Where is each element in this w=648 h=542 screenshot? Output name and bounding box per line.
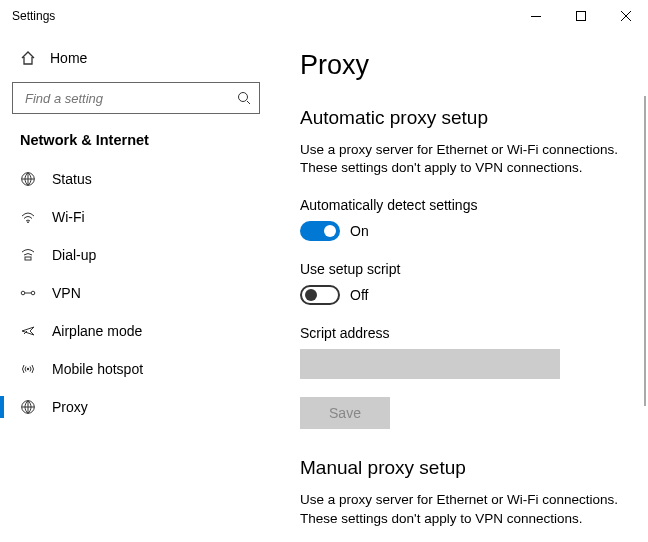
svg-point-6 xyxy=(21,291,25,295)
wifi-icon xyxy=(20,209,36,225)
sidebar-item-hotspot[interactable]: Mobile hotspot xyxy=(0,350,272,388)
hotspot-icon xyxy=(20,361,36,377)
airplane-icon xyxy=(20,323,36,339)
close-button[interactable] xyxy=(603,0,648,32)
svg-rect-1 xyxy=(576,12,585,21)
sidebar: Home Network & Internet Status Wi-Fi Dia… xyxy=(0,32,272,542)
sidebar-item-label: Dial-up xyxy=(52,247,96,263)
minimize-button[interactable] xyxy=(513,0,558,32)
section-heading-auto: Automatic proxy setup xyxy=(300,107,630,129)
close-icon xyxy=(621,11,631,21)
sidebar-category: Network & Internet xyxy=(0,132,272,148)
content: Proxy Automatic proxy setup Use a proxy … xyxy=(272,32,648,542)
save-button[interactable]: Save xyxy=(300,397,390,429)
maximize-button[interactable] xyxy=(558,0,603,32)
script-address-label: Script address xyxy=(300,325,630,341)
sidebar-item-status[interactable]: Status xyxy=(0,160,272,198)
sidebar-item-label: VPN xyxy=(52,285,81,301)
search-input[interactable] xyxy=(23,90,237,107)
minimize-icon xyxy=(531,16,541,17)
setup-script-toggle[interactable] xyxy=(300,285,340,305)
sidebar-item-label: Mobile hotspot xyxy=(52,361,143,377)
sidebar-item-label: Airplane mode xyxy=(52,323,142,339)
section-heading-manual: Manual proxy setup xyxy=(300,457,630,479)
page-title: Proxy xyxy=(300,50,630,81)
svg-point-2 xyxy=(239,93,248,102)
sidebar-item-label: Proxy xyxy=(52,399,88,415)
section-desc-manual: Use a proxy server for Ethernet or Wi-Fi… xyxy=(300,491,630,527)
window-controls xyxy=(513,0,648,32)
sidebar-item-wifi[interactable]: Wi-Fi xyxy=(0,198,272,236)
auto-detect-label: Automatically detect settings xyxy=(300,197,630,213)
auto-detect-toggle[interactable] xyxy=(300,221,340,241)
globe-icon xyxy=(20,399,36,415)
sidebar-item-proxy[interactable]: Proxy xyxy=(0,388,272,426)
svg-point-4 xyxy=(27,221,29,223)
sidebar-home-label: Home xyxy=(50,50,87,66)
svg-rect-5 xyxy=(25,257,31,260)
sidebar-item-airplane[interactable]: Airplane mode xyxy=(0,312,272,350)
section-desc-auto: Use a proxy server for Ethernet or Wi-Fi… xyxy=(300,141,630,177)
svg-rect-0 xyxy=(531,16,541,17)
svg-point-7 xyxy=(31,291,35,295)
titlebar: Settings xyxy=(0,0,648,32)
sidebar-item-vpn[interactable]: VPN xyxy=(0,274,272,312)
setup-script-label: Use setup script xyxy=(300,261,630,277)
script-address-input[interactable] xyxy=(300,349,560,379)
search-icon xyxy=(237,91,251,105)
sidebar-item-label: Status xyxy=(52,171,92,187)
sidebar-home[interactable]: Home xyxy=(0,44,272,72)
search-box[interactable] xyxy=(12,82,260,114)
sidebar-item-label: Wi-Fi xyxy=(52,209,85,225)
window-title: Settings xyxy=(12,9,55,23)
auto-detect-state: On xyxy=(350,223,369,239)
maximize-icon xyxy=(576,11,586,21)
globe-icon xyxy=(20,171,36,187)
scrollbar[interactable] xyxy=(644,96,646,406)
sidebar-item-dialup[interactable]: Dial-up xyxy=(0,236,272,274)
svg-point-8 xyxy=(27,368,29,370)
setup-script-state: Off xyxy=(350,287,368,303)
dialup-icon xyxy=(20,247,36,263)
vpn-icon xyxy=(20,285,36,301)
home-icon xyxy=(20,50,36,66)
